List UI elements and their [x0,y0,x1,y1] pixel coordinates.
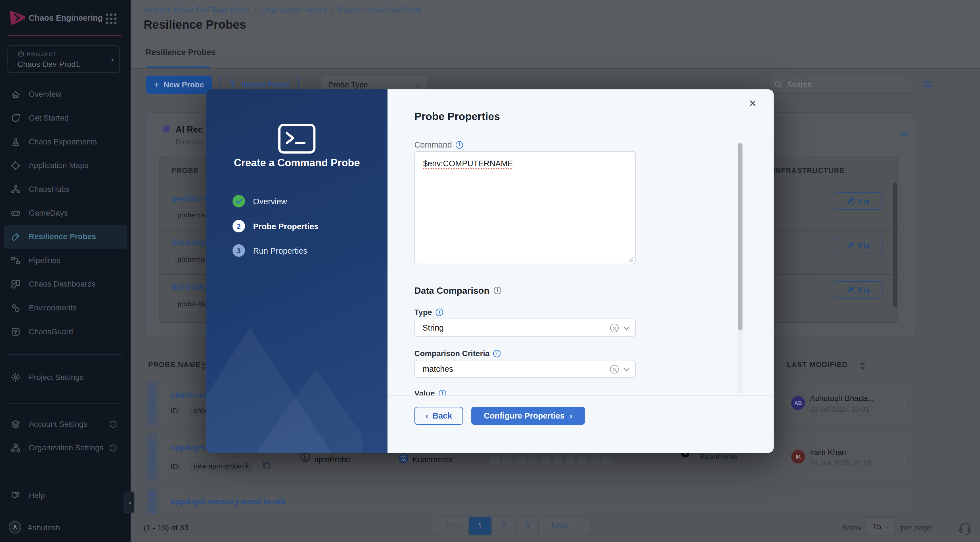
command-value: $env:COMPUTERNAME [423,159,513,168]
next-page-button[interactable]: Next→ [539,517,591,535]
tab-resilience-probes[interactable]: Resilience Probes [146,48,216,57]
ai-probe-link[interactable]: list-body- [172,238,208,248]
sidebar: Chaos Engineering PROJECT Chaos-Dev-Prod… [0,0,130,542]
type-value: String [422,323,444,332]
clear-icon[interactable] [610,324,619,332]
footer-divider [388,396,774,396]
probe-tube-icon [11,232,21,242]
support-headset-icon[interactable] [958,521,973,536]
gamepad-icon [11,208,21,218]
wizard-step-probe-properties[interactable]: 2 Probe Properties [232,220,318,232]
page-size-select[interactable]: 15 [865,517,896,536]
flask-icon [11,137,21,147]
info-icon[interactable]: i [436,309,443,316]
sidebar-nav: Overview Get Started Chaos Experiments A… [0,83,130,343]
kubernetes-icon [398,453,409,463]
sidebar-item-chaos-dashboards[interactable]: Chaos Dashboards [0,272,130,296]
criteria-select[interactable]: matches [415,360,636,378]
info-icon [109,444,117,451]
breadcrumb-project[interactable]: Project: Chaos-Dev-Prod1 [339,6,422,14]
ai-probe-link[interactable]: list-body- [172,282,208,292]
wizard-step-run-properties[interactable]: 3 Run Properties [232,244,307,257]
hexagons-icon [11,303,21,313]
user-avatar[interactable]: A [9,521,21,534]
sidebar-item-organization-settings[interactable]: Organization Settings [0,436,130,460]
modified-by: Ashutosh Bhada... [810,394,874,403]
scrollbar-thumb[interactable] [893,183,897,307]
chevron-down-icon [414,81,420,87]
prev-page-button[interactable]: ←Prev [430,517,468,535]
module-grid-icon[interactable] [106,13,117,24]
new-probe-button[interactable]: + New Probe [146,75,212,94]
network-icon [11,184,21,194]
breadcrumb-account[interactable]: Account: Chaos Dev Team Prod1 [144,6,250,14]
sidebar-footer-divider [0,474,130,474]
clear-icon[interactable] [610,365,619,374]
fix-button[interactable]: Fix [834,281,883,299]
row-menu-icon[interactable] [903,399,905,411]
probe-id-chip: new-apm-probe-ik [188,461,255,472]
search-box [768,75,911,94]
sidebar-item-account-settings[interactable]: Account Settings [0,412,130,436]
page-header: Account: Chaos Dev Team Prod1›Organizati… [130,0,980,38]
wizard-step-overview[interactable]: Overview [232,195,287,207]
sidebar-item-project-settings[interactable]: Project Settings [0,366,130,389]
org-gear-icon [11,443,21,453]
sidebar-item-chaosguard[interactable]: ChaosGuard [0,320,130,343]
sort-icon[interactable] [860,362,865,370]
per-page-label: per page [900,524,931,532]
sidebar-item-pipelines[interactable]: Pipelines [0,249,130,272]
command-textarea[interactable]: $env:COMPUTERNAME [415,151,636,264]
collapse-chevron-icon[interactable] [900,132,908,140]
sidebar-item-chaoshubs[interactable]: ChaosHubs [0,177,130,201]
modified-by: Iram Khan [810,448,846,456]
resize-grip-icon[interactable] [628,257,634,262]
close-icon[interactable]: ✕ [749,98,757,110]
data-comparison-heading: Data Comparisoni [415,286,501,296]
filter-icon[interactable] [923,79,934,90]
sidebar-item-chaos-experiments[interactable]: Chaos Experiments [0,130,130,154]
page-button-3[interactable]: 3 [515,517,539,535]
probe-name-header[interactable]: PROBE NAME [148,361,201,368]
probe-name-link[interactable]: appd-get-memory-used-in-mb [170,497,286,506]
sidebar-item-help[interactable]: Help [0,483,130,507]
info-icon[interactable]: i [439,390,446,396]
sidebar-item-overview[interactable]: Overview [0,83,130,106]
sidebar-item-environments[interactable]: Environments [0,296,130,320]
sidebar-item-application-maps[interactable]: Application Maps [0,154,130,178]
page-button-1[interactable]: 1 [468,517,492,535]
copy-icon[interactable] [262,461,271,470]
last-modified-header[interactable]: LAST MODIFIED [787,361,848,368]
cube-icon [18,51,24,57]
info-icon[interactable]: i [494,287,501,294]
project-selector[interactable]: PROJECT Chaos-Dev-Prod1 › [7,45,120,73]
type-select[interactable]: String [415,319,636,337]
breadcrumb-org[interactable]: Organization: default [261,6,328,14]
infrastructure-column-header: INFRASTRUCTURE [773,167,845,174]
status-badge: ENABLED [146,433,158,481]
sidebar-item-get-started[interactable]: Get Started [0,106,130,130]
sidebar-collapse-handle[interactable]: ◂ [124,492,134,513]
sidebar-item-gamedays[interactable]: GameDays [0,201,130,225]
sort-icon[interactable] [201,362,206,370]
sidebar-item-resilience-probes[interactable]: Resilience Probes [4,225,127,249]
row-menu-icon[interactable] [903,452,905,464]
harness-chaos-logo [9,10,26,25]
breadcrumb-separator: › [332,6,334,14]
user-name[interactable]: Ashutosh [27,524,60,532]
probe-name-link[interactable]: check-nol [170,391,208,400]
ai-probe-link[interactable]: podtato-h [172,194,209,203]
infrastructure-type: Kubernetes [412,455,452,464]
info-icon[interactable]: i [456,141,463,148]
modified-date: 23 Jul 2025, 15:01 [810,405,869,413]
info-icon [109,421,117,428]
info-icon[interactable]: i [493,350,501,357]
configure-properties-button[interactable]: Configure Properties› [471,407,585,425]
back-button[interactable]: ‹Back [415,407,463,425]
fix-button[interactable]: Fix [834,237,883,254]
sidebar-divider [7,403,123,404]
search-input[interactable] [787,80,899,89]
fix-button[interactable]: Fix [834,192,883,210]
modal-scrollbar-thumb[interactable] [738,143,742,330]
page-button-2[interactable]: 2 [492,517,515,535]
